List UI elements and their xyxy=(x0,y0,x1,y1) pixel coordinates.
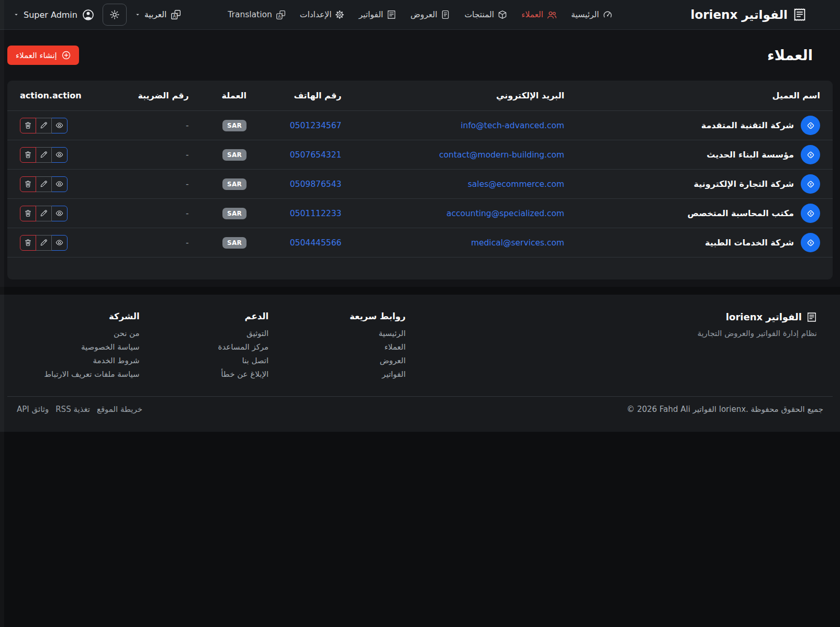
pencil-icon xyxy=(40,239,48,247)
footer-quick-links-title: روابط سريعة xyxy=(281,311,406,321)
top-navbar: الفواتير lorienx الرئيسية العملاء المنتج… xyxy=(0,0,840,30)
translate-icon xyxy=(276,10,286,20)
speedometer-icon xyxy=(603,10,612,19)
pencil-icon xyxy=(40,121,48,129)
customer-phone-link[interactable]: 0504445566 xyxy=(290,238,342,248)
row-actions xyxy=(20,206,68,221)
brand[interactable]: الفواتير lorienx xyxy=(691,8,807,21)
language-dropdown[interactable]: العربية xyxy=(135,9,181,20)
nav-item-products[interactable]: المنتجات xyxy=(464,10,507,19)
footer-link-terms[interactable]: شروط الخدمة xyxy=(93,356,139,365)
navbar-controls: العربية Super Admin xyxy=(14,4,181,26)
customer-phone-link[interactable]: 0501234567 xyxy=(290,121,342,130)
customer-phone-link[interactable]: 0509876543 xyxy=(290,180,342,189)
currency-badge: SAR xyxy=(222,237,247,249)
delete-button[interactable] xyxy=(20,118,36,133)
footer-link-contact[interactable]: اتصل بنا xyxy=(242,356,268,365)
receipt-icon xyxy=(807,312,817,322)
tax-number-value: - xyxy=(186,238,189,248)
page-title: العملاء xyxy=(767,47,813,63)
nav-item-label: العملاء xyxy=(521,10,543,19)
brand-label: الفواتير lorienx xyxy=(691,8,788,21)
footer-bottom-links: خريطة الموقع تغذية RSS وثائق API xyxy=(17,405,142,414)
scrollbar-track[interactable] xyxy=(0,0,4,627)
row-actions xyxy=(20,147,68,163)
customer-phone-link[interactable]: 0501112233 xyxy=(290,209,342,218)
patch-question-icon xyxy=(806,180,815,189)
delete-button[interactable] xyxy=(20,206,36,221)
trash-icon xyxy=(24,239,32,247)
delete-button[interactable] xyxy=(20,176,36,192)
view-button[interactable] xyxy=(51,235,68,251)
eye-icon xyxy=(55,209,63,217)
delete-button[interactable] xyxy=(20,147,36,163)
user-menu-dropdown[interactable]: Super Admin xyxy=(14,9,94,21)
edit-button[interactable] xyxy=(36,147,52,163)
customer-phone-link[interactable]: 0507654321 xyxy=(290,150,342,160)
patch-question-icon xyxy=(806,238,815,248)
footer-link-api-docs[interactable]: وثائق API xyxy=(17,405,49,414)
footer-support-title: الدعم xyxy=(152,311,269,321)
header-action: action.action xyxy=(7,81,98,111)
nav-item-translation[interactable]: Translation xyxy=(228,10,285,20)
eye-icon xyxy=(55,239,63,247)
customer-email-link[interactable]: sales@ecommerce.com xyxy=(468,180,564,189)
customer-avatar xyxy=(801,233,820,252)
edit-button[interactable] xyxy=(36,206,52,221)
tax-number-value: - xyxy=(186,209,189,218)
footer-link-sitemap[interactable]: خريطة الموقع xyxy=(97,405,142,414)
header-customer-name: اسم العميل xyxy=(577,81,833,111)
footer-link-docs[interactable]: التوثيق xyxy=(247,329,268,338)
footer-link-privacy[interactable]: سياسة الخصوصية xyxy=(81,342,140,352)
people-icon xyxy=(547,10,557,20)
trash-icon xyxy=(24,151,32,159)
footer-link-invoices[interactable]: الفواتير xyxy=(382,370,406,379)
footer-brand-label: الفواتير lorienx xyxy=(726,311,802,322)
nav-item-customers[interactable]: العملاء xyxy=(521,10,557,20)
tax-number-value: - xyxy=(186,121,189,130)
footer-link-help-center[interactable]: مركز المساعدة xyxy=(218,342,269,352)
footer-link-about[interactable]: من نحن xyxy=(114,329,140,338)
patch-question-icon xyxy=(806,121,815,130)
caret-down-icon xyxy=(14,12,19,17)
footer-link-home[interactable]: الرئيسية xyxy=(378,329,406,338)
footer-link-customers[interactable]: العملاء xyxy=(384,342,406,352)
receipt-icon xyxy=(793,8,807,21)
trash-icon xyxy=(24,121,32,129)
eye-icon xyxy=(55,151,63,159)
pencil-icon xyxy=(40,209,48,217)
edit-button[interactable] xyxy=(36,176,52,192)
theme-toggle-button[interactable] xyxy=(103,4,127,26)
nav-item-invoices[interactable]: الفواتير xyxy=(359,10,396,19)
eye-icon xyxy=(55,121,63,129)
nav-item-offers[interactable]: العروض xyxy=(410,10,450,19)
nav-item-settings[interactable]: الإعدادات xyxy=(300,10,345,19)
customer-email-link[interactable]: accounting@specialized.com xyxy=(446,209,564,218)
edit-button[interactable] xyxy=(36,118,52,133)
footer-link-cookies[interactable]: سياسة ملفات تعريف الارتباط xyxy=(44,370,139,379)
header-phone: رقم الهاتف xyxy=(259,81,354,111)
footer-link-report-bug[interactable]: الإبلاغ عن خطأ xyxy=(221,370,268,379)
view-button[interactable] xyxy=(51,147,68,163)
customer-email-link[interactable]: medical@services.com xyxy=(471,238,564,248)
footer-link-offers[interactable]: العروض xyxy=(379,356,406,365)
trash-icon xyxy=(24,209,32,217)
currency-badge: SAR xyxy=(222,208,247,219)
view-button[interactable] xyxy=(51,206,68,221)
patch-question-icon xyxy=(806,209,815,218)
footer-link-rss[interactable]: تغذية RSS xyxy=(55,405,90,414)
currency-badge: SAR xyxy=(222,178,247,190)
customer-avatar xyxy=(801,145,820,164)
view-button[interactable] xyxy=(51,176,68,192)
table-row: مكتب المحاسبة المتخصص accounting@special… xyxy=(7,199,833,228)
edit-button[interactable] xyxy=(36,235,52,251)
delete-button[interactable] xyxy=(20,235,36,251)
customer-avatar xyxy=(801,204,820,223)
create-customer-button[interactable]: إنشاء العملاء xyxy=(7,46,79,65)
user-name: Super Admin xyxy=(24,10,77,20)
customer-email-link[interactable]: info@tech-advanced.com xyxy=(461,121,564,130)
customer-name: شركة الخدمات الطبية xyxy=(705,238,794,248)
view-button[interactable] xyxy=(51,118,68,133)
customer-email-link[interactable]: contact@modern-building.com xyxy=(439,150,564,160)
nav-item-home[interactable]: الرئيسية xyxy=(571,10,612,19)
